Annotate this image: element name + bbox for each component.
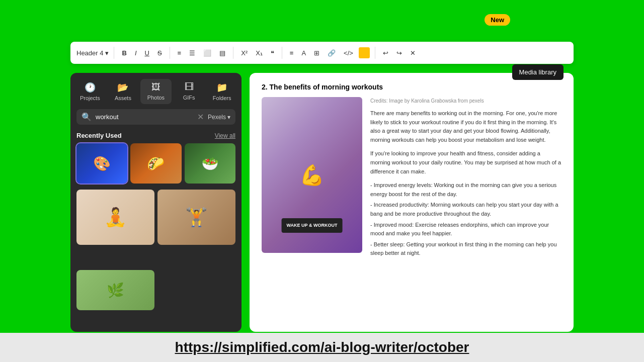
tab-photos[interactable]: 🖼 Photos xyxy=(140,79,172,104)
divider-4 xyxy=(282,47,282,59)
bullet-4: - Better sleep: Getting your workout in … xyxy=(370,240,561,258)
text-align-button[interactable]: ≡ xyxy=(287,47,296,59)
workout-sign: WAKE UP & WORKOUT xyxy=(282,218,343,233)
strikethrough-button[interactable]: S xyxy=(155,47,165,59)
italic-button[interactable]: I xyxy=(132,47,139,59)
search-result-1[interactable] xyxy=(76,190,154,245)
table-button[interactable]: ⊞ xyxy=(311,47,322,59)
article-content: WAKE UP & WORKOUT Credits: Image by Karo… xyxy=(262,97,561,260)
tab-photos-label: Photos xyxy=(147,95,165,101)
media-library-tooltip: Media library xyxy=(512,64,564,80)
divider-5 xyxy=(375,47,375,59)
recently-used-grid xyxy=(70,143,242,190)
ordered-list-button[interactable]: ≡ xyxy=(175,47,184,59)
clear-button[interactable]: ✕ xyxy=(408,47,418,59)
heading-selector[interactable]: Header 4 ▾ xyxy=(76,49,109,57)
align-left-button[interactable]: ⬜ xyxy=(201,47,214,59)
article-image: WAKE UP & WORKOUT xyxy=(262,97,362,253)
link-button[interactable]: 🔗 xyxy=(325,47,338,59)
content-area: 🕐 Projects 📂 Assets 🖼 Photos 🎞 GIFs 📁 Fo… xyxy=(70,73,574,332)
bold-button[interactable]: B xyxy=(119,47,129,59)
superscript-button[interactable]: X² xyxy=(238,47,250,59)
tab-assets[interactable]: 📂 Assets xyxy=(108,79,139,104)
tab-gifs[interactable]: 🎞 GIFs xyxy=(174,79,205,104)
divider-1 xyxy=(114,47,114,59)
tab-gifs-label: GIFs xyxy=(183,95,195,101)
folder-icon: 📁 xyxy=(216,82,227,93)
view-all-link[interactable]: View all xyxy=(215,132,235,139)
divider-3 xyxy=(233,47,233,59)
tab-projects-label: Projects xyxy=(80,95,100,101)
align-right-button[interactable]: ▤ xyxy=(217,47,228,59)
tab-folders-label: Folders xyxy=(213,95,231,101)
clock-icon: 🕐 xyxy=(85,82,96,93)
recently-used-item-1[interactable] xyxy=(76,143,127,184)
heading-label: Header 4 xyxy=(76,49,103,57)
search-input[interactable] xyxy=(96,113,193,121)
search-icon: 🔍 xyxy=(82,112,92,122)
quote-button[interactable]: ❝ xyxy=(268,47,277,59)
divider-2 xyxy=(170,47,170,59)
article-paragraph-1: There are many benefits to working out i… xyxy=(370,109,561,144)
tab-folders[interactable]: 📁 Folders xyxy=(206,79,237,104)
article-bullets: - Improved energy levels: Working out in… xyxy=(370,181,561,258)
media-tabs: 🕐 Projects 📂 Assets 🖼 Photos 🎞 GIFs 📁 Fo… xyxy=(70,73,242,104)
heading-chevron-icon: ▾ xyxy=(105,49,109,57)
subscript-button[interactable]: X₁ xyxy=(253,47,265,59)
media-search-bar[interactable]: 🔍 ✕ Pexels ▾ xyxy=(76,109,235,125)
article-title: 2. The benefits of morning workouts xyxy=(262,83,561,91)
tab-projects[interactable]: 🕐 Projects xyxy=(74,79,106,104)
new-badge: New xyxy=(485,14,510,26)
source-label: Pexels xyxy=(208,114,226,121)
article-paragraph-2: If you're looking to improve your health… xyxy=(370,149,561,176)
search-source-selector[interactable]: Pexels ▾ xyxy=(208,114,230,121)
url-bar: https://simplified.com/ai-blog-writer/oc… xyxy=(0,333,644,362)
bullet-1: - Improved energy levels: Working out in… xyxy=(370,181,561,199)
source-chevron-icon: ▾ xyxy=(227,114,230,121)
article-panel: 2. The benefits of morning workouts WAKE… xyxy=(250,73,574,332)
search-result-3[interactable] xyxy=(76,270,154,310)
recently-used-item-3[interactable] xyxy=(185,143,235,184)
photo-icon: 🖼 xyxy=(151,82,160,93)
search-result-2[interactable] xyxy=(157,190,235,245)
unordered-list-button[interactable]: ☰ xyxy=(187,47,198,59)
gif-icon: 🎞 xyxy=(185,82,194,93)
bullet-2: - Increased productivity: Morning workou… xyxy=(370,201,561,218)
recently-used-item-2[interactable] xyxy=(130,143,181,184)
media-library-panel: 🕐 Projects 📂 Assets 🖼 Photos 🎞 GIFs 📁 Fo… xyxy=(70,73,242,332)
clear-search-icon[interactable]: ✕ xyxy=(197,112,204,122)
tab-assets-label: Assets xyxy=(115,95,131,101)
bullet-3: - Improved mood: Exercise releases endor… xyxy=(370,221,561,238)
article-text: Credits: Image by Karolina Grabowska fro… xyxy=(370,97,561,260)
code-button[interactable]: </> xyxy=(341,47,356,59)
editor-toolbar: Header 4 ▾ B I U S ≡ ☰ ⬜ ▤ X² X₁ ❝ ≡ A ⊞… xyxy=(70,42,574,64)
folder-open-icon: 📂 xyxy=(117,82,128,93)
redo-button[interactable]: ↪ xyxy=(394,47,405,59)
search-results-grid xyxy=(70,190,242,332)
underline-button[interactable]: U xyxy=(142,47,152,59)
url-text[interactable]: https://simplified.com/ai-blog-writer/oc… xyxy=(175,339,469,355)
recently-used-header: Recently Used View all xyxy=(70,130,242,143)
recently-used-title: Recently Used xyxy=(76,132,122,139)
undo-button[interactable]: ↩ xyxy=(380,47,391,59)
image-credit: Credits: Image by Karolina Grabowska fro… xyxy=(370,97,561,105)
font-color-button[interactable]: A xyxy=(299,47,308,59)
media-library-button[interactable] xyxy=(359,47,370,58)
